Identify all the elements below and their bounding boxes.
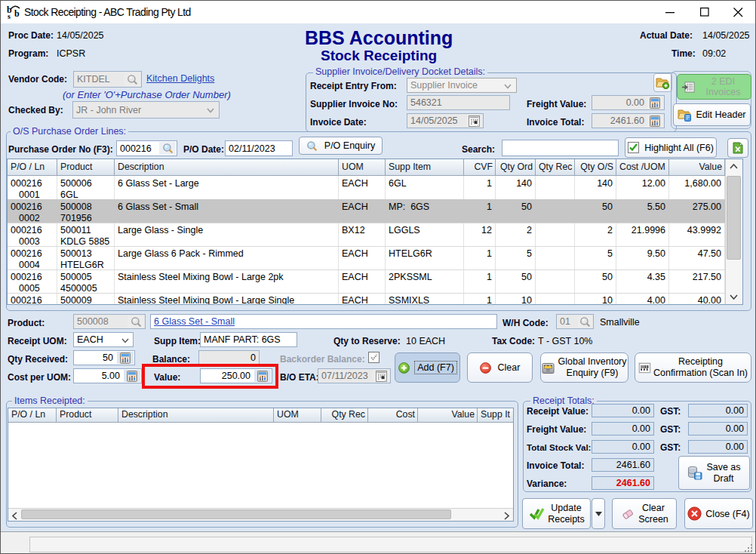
svg-text:s: s [8,12,11,20]
svg-text:b: b [14,8,20,19]
